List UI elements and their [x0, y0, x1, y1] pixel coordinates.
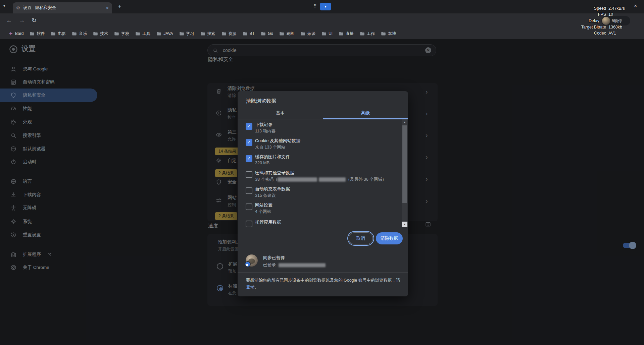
scroll-down-icon[interactable]: ▼	[402, 222, 407, 227]
bookmark-folder[interactable]: 资源	[218, 30, 240, 38]
screen: ▾ ⚙ 设置 - 隐私和安全 × + ⠿ ▾ × ← → ↻ Chrome ch…	[0, 0, 644, 345]
bookmark-label: Go	[268, 31, 273, 36]
forward-icon[interactable]: →	[19, 17, 25, 24]
sync-paused-badge-icon	[245, 261, 251, 267]
cancel-button[interactable]: 取消	[349, 232, 373, 244]
row-download-history[interactable]: 下载记录 113 项内容	[238, 119, 400, 135]
folder-icon	[321, 32, 327, 36]
bookmark-folder[interactable]: 本地	[378, 30, 399, 38]
chevron-down-icon[interactable]: ▾	[3, 4, 5, 8]
bookmark-folder[interactable]: 工具	[132, 30, 153, 38]
folder-icon	[339, 32, 344, 36]
row-passwords[interactable]: 密码和其他登录数据 38 个密码（（及另外 36 个网域）	[238, 168, 400, 184]
bookmark-folder[interactable]: 搜索	[197, 30, 218, 38]
bookmark-folder[interactable]: Go	[258, 30, 276, 37]
bookmark-folder[interactable]: 学习	[176, 30, 197, 38]
bard-sparkle-icon	[8, 31, 13, 36]
bookmark-folder[interactable]: 软件	[27, 30, 48, 38]
folder-icon	[156, 32, 161, 36]
checkbox[interactable]	[246, 221, 252, 227]
sign-in-link[interactable]: 登录	[246, 285, 254, 289]
bookmark-label: 技术	[100, 31, 108, 37]
profile-avatar[interactable]	[602, 17, 610, 25]
row-title: 缓存的图片和文件	[255, 154, 290, 160]
dialog-scrollbar[interactable]: ▲ ▼	[402, 119, 407, 227]
checkbox[interactable]	[246, 171, 252, 178]
checkbox[interactable]	[246, 139, 252, 146]
folder-icon	[221, 32, 227, 36]
dialog-tabs: 基本 高级	[238, 107, 408, 119]
sync-status-title: 同步已暂停	[263, 255, 285, 261]
bookmark-label: 学校	[121, 31, 129, 37]
stat-value: 1368kb	[608, 25, 622, 30]
scrollbar-thumb[interactable]	[402, 125, 407, 203]
checkbox[interactable]	[246, 123, 252, 130]
row-site-settings[interactable]: 网站设置 4 个网站	[238, 200, 400, 216]
row-title: Cookie 及其他网站数据	[255, 138, 300, 144]
dialog-divider	[238, 249, 408, 249]
bookmark-label: 杂谈	[307, 31, 315, 37]
bookmark-folder[interactable]: UI	[318, 30, 336, 37]
bookmark-label: 直播	[346, 31, 354, 37]
bookmark-label: 工作	[367, 31, 375, 37]
folder-icon	[30, 32, 35, 36]
tab-title: 设置 - 隐私和安全	[23, 5, 103, 11]
redacted-text	[278, 177, 317, 182]
stat-label: Codec	[556, 31, 606, 36]
drag-grid-icon[interactable]: ⠿	[313, 4, 317, 9]
stat-label: Delay	[549, 18, 599, 23]
checkbox[interactable]	[246, 187, 252, 194]
stat-value: 2.47kB/s	[608, 6, 625, 11]
folder-icon	[51, 32, 56, 36]
folder-icon	[179, 32, 184, 36]
bookmark-label: 学习	[186, 31, 194, 37]
browser-tab[interactable]: ⚙ 设置 - 隐私和安全 ×	[13, 2, 112, 13]
tab-basic[interactable]: 基本	[238, 107, 323, 119]
folder-icon	[279, 32, 284, 36]
bookmark-label: BT	[250, 31, 255, 36]
row-title: 密码和其他登录数据	[255, 170, 294, 176]
new-tab-button[interactable]: +	[118, 3, 121, 9]
row-autofill-form[interactable]: 自动填充表单数据 315 条建议	[238, 184, 400, 200]
folder-icon	[360, 32, 365, 36]
bookmark-label: 资源	[229, 31, 237, 37]
tab-close-icon[interactable]: ×	[106, 5, 109, 11]
bookmark-folder[interactable]: 直播	[336, 30, 357, 38]
window-close-icon[interactable]: ×	[634, 3, 637, 9]
signed-in-label: 已登录	[263, 262, 276, 268]
row-sub: 38 个密码（（及另外 36 个网域）	[255, 177, 386, 182]
bookmark-label: 电影	[58, 31, 66, 37]
bookmark-folder[interactable]: JAVA	[153, 30, 176, 37]
folder-icon	[135, 32, 140, 36]
footer-period: 。	[254, 285, 259, 289]
bookmark-folder[interactable]: 技术	[90, 30, 111, 38]
back-icon[interactable]: ←	[6, 17, 12, 24]
bookmark-label: UI	[329, 31, 333, 36]
reload-icon[interactable]: ↻	[32, 17, 37, 24]
row-sub: 315 条建议	[255, 193, 276, 198]
bookmark-folder[interactable]: 电影	[48, 30, 69, 38]
stream-menu-button[interactable]: ▾	[320, 3, 331, 10]
row-cached-files[interactable]: 缓存的图片和文件 320 MB	[238, 152, 400, 168]
bookmark-label: 搜索	[207, 31, 215, 37]
folder-icon	[93, 32, 98, 36]
dialog-footer-note: 要想清除您的所有已同步设备中的浏览数据以及您的 Google 账号中的浏览数据，…	[246, 277, 400, 290]
bookmark-item[interactable]: Bard	[5, 30, 27, 37]
bookmark-folder[interactable]: 学校	[111, 30, 132, 38]
clear-data-button[interactable]: 清除数据	[376, 232, 403, 244]
bookmark-folder[interactable]: 刷机	[276, 30, 297, 38]
dialog-divider	[238, 272, 408, 273]
checkbox[interactable]	[246, 155, 252, 162]
dialog-checkbox-list: 下载记录 113 项内容 Cookie 及其他网站数据 来自 133 个网站 缓…	[238, 119, 408, 227]
row-hosted-app-data[interactable]: 托管应用数据	[238, 216, 400, 227]
bookmark-folder[interactable]: 杂谈	[297, 30, 318, 38]
bookmark-label: JAVA	[163, 31, 173, 36]
folder-icon	[243, 32, 248, 36]
tab-advanced[interactable]: 高级	[323, 107, 408, 119]
bookmark-folder[interactable]: 音乐	[69, 30, 90, 38]
checkbox[interactable]	[246, 204, 252, 210]
scroll-up-icon[interactable]: ▲	[402, 119, 407, 125]
bookmark-folder[interactable]: 工作	[357, 30, 378, 38]
row-cookies[interactable]: Cookie 及其他网站数据 来自 133 个网站	[238, 135, 400, 152]
bookmark-folder[interactable]: BT	[240, 30, 258, 37]
